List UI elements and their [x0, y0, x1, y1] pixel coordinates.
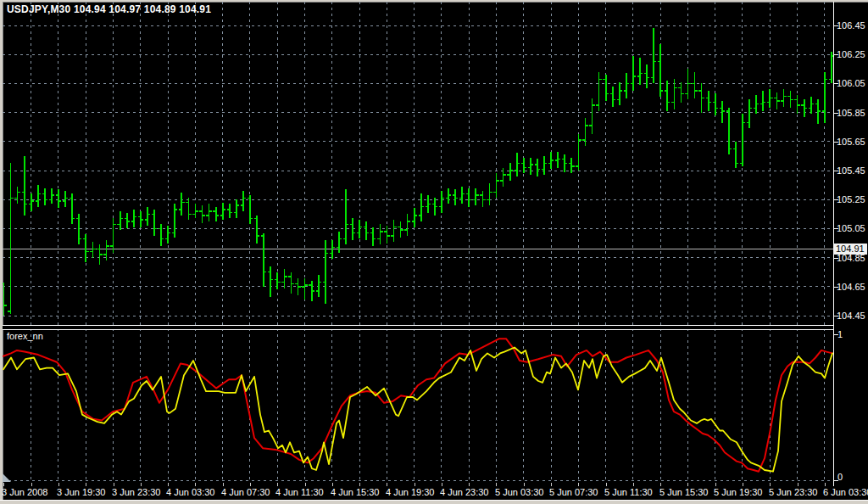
price-axis-label: 105.45: [837, 165, 865, 176]
time-tick: [633, 483, 634, 486]
time-tick: [223, 483, 224, 486]
time-axis-label: 5 Jun 07:30: [549, 487, 598, 497]
time-axis-label: 5 Jun 15:30: [659, 487, 709, 497]
time-axis-label: 5 Jun 23:30: [769, 487, 818, 497]
time-tick: [3, 483, 4, 486]
time-tick: [660, 483, 661, 486]
time-tick: [415, 483, 415, 486]
time-tick: [114, 483, 114, 486]
time-tick: [606, 483, 607, 486]
time-axis-label: 4 Jun 03:30: [166, 487, 215, 497]
price-axis-label: 105.85: [837, 108, 865, 118]
window-bottom-frame: [0, 500, 868, 504]
indicator-min-label: 0: [837, 472, 843, 482]
time-axis-label: 4 Jun 19:30: [386, 487, 435, 497]
time-tick: [743, 483, 743, 486]
time-tick: [715, 483, 716, 486]
time-tick: [332, 483, 333, 486]
time-axis-label: 5 Jun 03:30: [495, 487, 544, 497]
time-axis-label: 4 Jun 15:30: [331, 487, 380, 497]
price-axis-label: 105.25: [837, 194, 865, 204]
ohlc-bars: [3, 28, 834, 316]
current-price-label: 104.91: [833, 244, 867, 255]
indicator-line-yellow: [3, 348, 832, 472]
price-axis-label: 106.05: [837, 78, 865, 88]
indicator-corner-marker: [3, 473, 11, 482]
time-axis-label: 3 Jun 23:30: [112, 487, 161, 497]
indicator-canvas[interactable]: [3, 328, 834, 482]
indicator-name-label: forex_nn: [7, 331, 43, 341]
time-tick: [578, 483, 579, 486]
time-tick: [31, 483, 32, 486]
price-axis-label: 104.65: [837, 282, 865, 292]
time-axis-label: 4 Jun 07:30: [221, 487, 270, 497]
time-tick: [387, 483, 387, 486]
price-axis-label: 106.25: [837, 49, 865, 59]
time-tick: [58, 483, 59, 486]
panel-separator[interactable]: [3, 325, 834, 330]
time-axis-label: 4 Jun 11:30: [275, 487, 324, 497]
time-tick: [141, 483, 142, 486]
time-axis-label: 4 Jun 23:30: [440, 487, 489, 497]
main-chart-canvas[interactable]: [3, 2, 834, 326]
time-tick: [551, 483, 552, 486]
time-axis-label: 3 Jun 2008: [2, 487, 47, 497]
price-axis-label: 105.65: [837, 137, 865, 147]
time-axis-label: 3 Jun 19:30: [57, 487, 106, 497]
time-axis-label: 5 Jun 11:30: [604, 487, 653, 497]
indicator-max-label: 1: [837, 329, 843, 339]
time-tick: [524, 483, 525, 486]
time-tick: [825, 483, 826, 486]
time-tick: [305, 483, 306, 486]
price-axis-label: 106.45: [837, 20, 865, 31]
time-tick: [168, 483, 169, 486]
time-axis-label: 5 Jun 19:30: [714, 487, 763, 497]
time-tick: [496, 483, 497, 486]
time-tick: [770, 483, 771, 486]
time-tick: [86, 483, 86, 486]
time-tick: [359, 483, 360, 486]
indicator-line-red: [3, 339, 832, 472]
time-tick: [687, 483, 688, 486]
chart-title: USDJPY,M30 104.94 104.97 104.89 104.91: [7, 3, 211, 15]
time-tick: [798, 483, 798, 486]
main-grid: [3, 2, 833, 326]
time-axis-label: 6 Jun 03:30: [823, 487, 868, 497]
time-tick: [469, 483, 470, 486]
time-tick: [442, 483, 442, 486]
time-tick: [195, 483, 196, 486]
chart-window: USDJPY,M30 104.94 104.97 104.89 104.91 f…: [0, 0, 868, 504]
price-axis-label: 105.05: [837, 223, 865, 233]
price-axis-label: 104.45: [837, 311, 865, 321]
time-tick: [277, 483, 278, 486]
time-tick: [250, 483, 251, 486]
